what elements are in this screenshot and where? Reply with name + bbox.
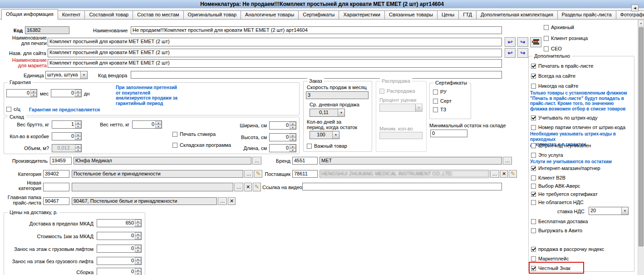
length-spinner[interactable]: 0▲▼ <box>269 144 296 152</box>
tab-scroll-left-button[interactable]: ◀ <box>631 5 639 11</box>
days-period-dropdown[interactable]: 100▼ <box>310 131 339 139</box>
tab-additional-kit[interactable]: Дополнительная комплектация <box>476 10 558 19</box>
no-certificate-required-checkbox-box[interactable] <box>531 192 536 197</box>
scroll-up-arrow-icon[interactable]: ▲ <box>638 20 644 26</box>
copy-left-button-2[interactable]: ↩ <box>505 48 516 58</box>
min-stock-input[interactable]: 0 <box>430 130 467 137</box>
no-vat-checkbox-box[interactable] <box>531 200 536 205</box>
spinner-arrows-icon[interactable]: ▲▼ <box>290 134 296 141</box>
copy-all-names-button[interactable] <box>530 37 541 47</box>
vertical-scrollbar[interactable]: ▲ <box>638 20 644 275</box>
warranty-months-spinner[interactable]: 0 ▲▼ <box>6 89 37 97</box>
supplier-code-input[interactable]: 78611 <box>292 170 318 178</box>
archive-checkbox-box[interactable] <box>544 25 549 30</box>
chevron-down-icon[interactable]: ▼ <box>621 207 628 215</box>
spinner-arrows-icon[interactable]: ▲▼ <box>135 257 141 265</box>
category-code-input[interactable]: 39402 <box>43 170 69 178</box>
retail-client-checkbox[interactable]: Клиент розница <box>544 35 588 41</box>
brand-code-input[interactable]: 4551 <box>292 157 318 165</box>
main-folder-code-input[interactable]: 90467 <box>43 197 69 205</box>
barcode-not-unique-checkbox[interactable]: Штрих-код неуникален <box>531 143 591 149</box>
spinner-arrows-icon[interactable]: ▲▼ <box>75 90 81 97</box>
warehouse-program-checkbox[interactable]: Складская программа <box>172 142 231 148</box>
is-service-checkbox[interactable]: Это услуга <box>531 152 563 158</box>
spinner-arrows-icon[interactable]: ▲▼ <box>135 268 141 275</box>
supplier-browse-button[interactable]: … <box>490 170 499 178</box>
avk-avers-checkbox[interactable]: Выбор АВК-Аверс <box>531 183 580 189</box>
print-sticker-checkbox-box[interactable] <box>172 132 177 137</box>
avk-avers-checkbox-box[interactable] <box>531 184 536 189</box>
barcode-accounting-checkbox[interactable]: Учитывать по штрих-коду <box>531 115 597 121</box>
export-avito-checkbox[interactable]: Выгружать в Авито <box>531 228 582 234</box>
batch-differs-checkbox-box[interactable] <box>531 125 536 130</box>
important-product-checkbox-box[interactable] <box>307 144 312 149</box>
always-on-site-checkbox[interactable]: Всегда на сайте <box>531 73 575 79</box>
retail-client-checkbox-box[interactable] <box>544 36 549 41</box>
tab-composite-product[interactable]: Составной товар <box>84 10 133 19</box>
chevron-down-icon[interactable]: ▼ <box>332 131 339 139</box>
name-input[interactable]: Не продаем!!!Комплект простыней для кров… <box>131 26 502 34</box>
yandex-installment-checkbox-box[interactable] <box>531 247 536 252</box>
barcode-accounting-checkbox-box[interactable] <box>531 115 536 120</box>
spinner-arrows-icon[interactable]: ▲▼ <box>75 121 81 128</box>
delivery-km-spinner[interactable]: 0▲▼ <box>97 232 142 240</box>
marketplace-checkbox-box[interactable] <box>531 256 536 261</box>
vendor-code-input[interactable] <box>131 71 502 79</box>
tab-composition-by-place[interactable]: Состав по местам <box>133 10 183 19</box>
copy-right-button[interactable]: ↪ <box>517 37 528 47</box>
no-certificate-required-checkbox[interactable]: Не требуется сертификат <box>531 191 598 197</box>
tab-certificates[interactable]: Сертификаты <box>298 10 339 19</box>
print-sticker-checkbox[interactable]: Печать стикера <box>172 131 216 137</box>
spinner-arrows-icon[interactable]: ▲▼ <box>290 122 296 129</box>
new-category-edit-button[interactable]: ✎ <box>253 183 261 191</box>
supplier-edit-button[interactable]: ✎ <box>509 170 517 178</box>
gross-weight-spinner[interactable]: 1▲▼ <box>52 120 82 129</box>
copy-right-button-2[interactable]: ↪ <box>517 48 528 58</box>
free-delivery-checkbox-box[interactable] <box>531 219 536 224</box>
cert-sert-checkbox-box[interactable] <box>433 99 438 104</box>
tab-pricelist-sections[interactable]: Разделы прайс-листа <box>557 10 616 19</box>
main-folder-clear-button[interactable]: ✕ <box>228 197 236 205</box>
tab-prices[interactable]: Цены <box>437 10 459 19</box>
scrollbar-thumb[interactable] <box>639 27 644 246</box>
spinner-arrows-icon[interactable]: ▲▼ <box>75 133 81 140</box>
b2b-client-checkbox-box[interactable] <box>531 175 536 180</box>
spinner-arrows-icon[interactable]: ▲▼ <box>30 90 37 97</box>
tab-original-product[interactable]: Оригинальный товар <box>183 10 241 19</box>
manufacturer-code-input[interactable]: 19459 <box>50 157 72 165</box>
spinner-arrows-icon[interactable]: ▲▼ <box>135 232 141 240</box>
cert-ru-checkbox-box[interactable] <box>433 90 438 95</box>
video-link-input[interactable] <box>302 183 502 190</box>
spinner-arrows-icon[interactable]: ▲▼ <box>135 245 141 252</box>
site-name-input[interactable]: Комплект простыней для кровати МЕТ ЕМЕТ … <box>48 49 502 57</box>
vat-rate-dropdown[interactable]: 20▼ <box>589 207 629 215</box>
b2b-client-checkbox[interactable]: Клиент B2B <box>531 175 565 181</box>
spinner-arrows-icon[interactable]: ▲▼ <box>135 220 141 227</box>
online-store-checkbox-box[interactable] <box>531 166 536 171</box>
new-category-browse-button[interactable]: … <box>234 183 243 191</box>
tab-related-products[interactable]: Связанные товары <box>384 10 438 19</box>
print-name-input[interactable]: Комплект простыней для кровати МЕТ ЕМЕТ … <box>48 38 502 46</box>
height-spinner[interactable]: 0▲▼ <box>269 133 296 141</box>
new-category-code-input[interactable] <box>43 183 69 191</box>
barcode-not-unique-checkbox-box[interactable] <box>531 143 536 148</box>
delivery-lift-spinner[interactable]: 0▲▼ <box>97 245 142 253</box>
main-folder-browse-button[interactable]: … <box>218 197 227 205</box>
net-weight-spinner[interactable]: 0▲▼ <box>132 120 162 129</box>
warehouse-program-checkbox-box[interactable] <box>172 143 177 148</box>
cert-sert-checkbox[interactable]: Серт <box>433 98 452 104</box>
marketplace-checkbox[interactable]: Маркетплейс <box>531 256 569 262</box>
never-on-site-checkbox[interactable]: Никогда на сайте <box>531 83 578 89</box>
seo-checkbox-box[interactable] <box>544 46 549 51</box>
tab-photos[interactable]: Фотографии <box>616 10 644 19</box>
market-name-input[interactable]: Комплект простыней для кровати МЕТ ЕМЕТ … <box>48 59 502 68</box>
warranty-days-spinner[interactable]: 0 ▲▼ <box>51 89 82 97</box>
never-on-site-checkbox-box[interactable] <box>531 84 536 89</box>
seo-checkbox[interactable]: СЕО <box>544 46 562 52</box>
tab-characteristics[interactable]: Характеристики <box>339 10 385 19</box>
sc-checkbox-box[interactable] <box>6 107 11 112</box>
spinner-arrows-icon[interactable]: ▲▼ <box>290 145 296 152</box>
important-product-checkbox[interactable]: Важный товар <box>307 143 347 149</box>
tab-general-info[interactable]: Общая информация <box>1 9 58 20</box>
delivery-mkad-spinner[interactable]: 650▲▼ <box>97 219 142 227</box>
